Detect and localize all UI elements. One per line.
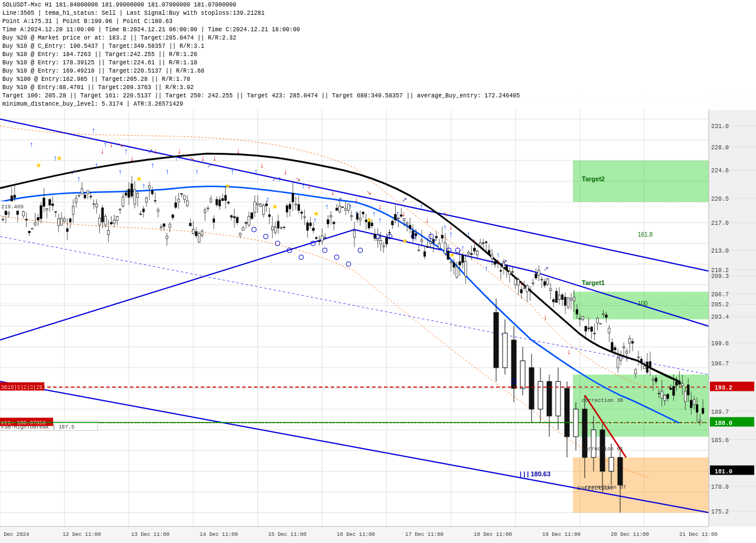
header-line6: Buy %10 @ C_Entry: 190.5437 | Target:349… [2,42,754,51]
header-line3: Point A:175.31 | Point B:199.96 | Point … [2,18,754,26]
header-line1: SOLUSDT-Mxc H1 181.84000000 181.99000000… [2,1,754,9]
header-line8: Buy %10 @ Entry: 178.39125 || Target:224… [2,59,754,67]
info-bar: SOLUSDT-Mxc H1 181.84000000 181.99000000… [0,0,756,110]
header-line12: Target 100: 205.28 || Target 161: 220.51… [2,92,754,100]
header-line2: Line:3505 | tema_h1_status: Sell | Last … [2,9,754,18]
header-line7: Buy %10 @ Entry: 184.7263 || Target:242.… [2,51,754,59]
header-line4: Time A:2024.12.20 11:00:00 | Time B:2024… [2,26,754,34]
header-line11: Buy %10 @ Entry:88.4701 || Target:209.37… [2,84,754,92]
header-line5: Buy %20 @ Market price or at: 183.2 || T… [2,34,754,42]
header-line13: minimum_distance_buy_level: 5.3174 | ATR… [2,100,754,109]
chart-container: SOLUSDT-Mxc H1 181.84000000 181.99000000… [0,0,756,543]
header-line9: Buy %10 @ Entry: 169.49210 || Target:220… [2,67,754,76]
header-line10: Buy %100 @ Entry:162.985 || Target:205.2… [2,76,754,84]
